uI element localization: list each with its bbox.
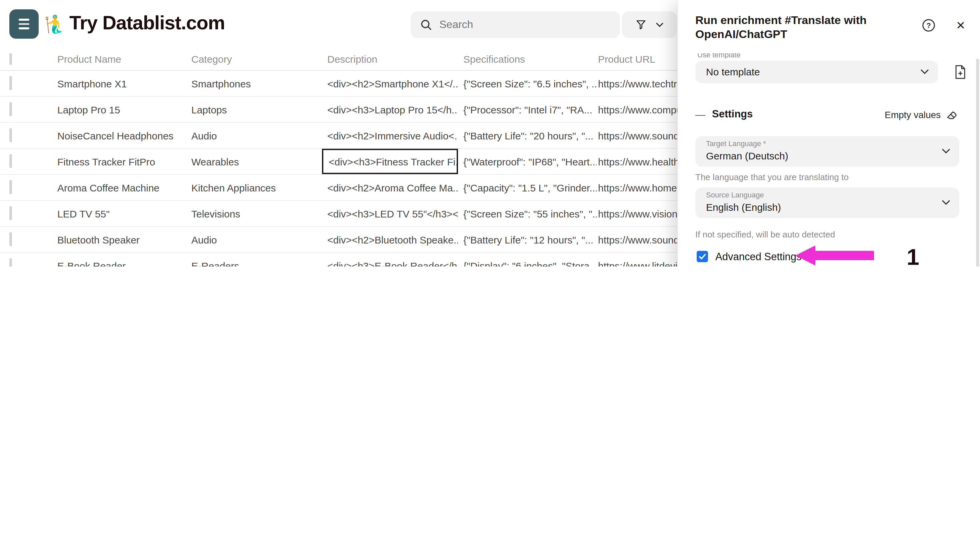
table-row: Bluetooth Speaker Audio <div><h2>Bluetoo… (0, 227, 677, 253)
source-language-helper: If not specified, will be auto detected (695, 230, 835, 239)
cell-category[interactable]: Wearables (191, 149, 322, 174)
cell-specifications[interactable]: {"Display": "6 inches", "Stora... (458, 253, 597, 266)
cell-product-url[interactable]: https://www.compuma (597, 97, 677, 122)
table-row: Laptop Pro 15 Laptops <div><h3>Laptop Pr… (0, 97, 677, 123)
cell-category[interactable]: Laptops (191, 97, 322, 122)
panel-scrollbar[interactable] (976, 59, 979, 266)
enrichment-panel: Run enrichment #Translate with OpenAI/Ch… (677, 0, 980, 266)
cell-category[interactable]: Smartphones (191, 71, 322, 96)
chevron-down-icon (656, 22, 663, 27)
cell-description[interactable]: <div><h3>Laptop Pro 15</h... (322, 97, 458, 122)
row-checkbox[interactable] (10, 76, 12, 90)
cell-product-url[interactable]: https://www.visiontec (597, 201, 677, 226)
panel-title: Run enrichment #Translate with OpenAI/Ch… (695, 13, 895, 41)
help-icon[interactable]: ? (921, 18, 937, 34)
cell-product-name[interactable]: Bluetooth Speaker (32, 227, 191, 252)
cell-category[interactable]: E-Readers (191, 253, 322, 266)
settings-heading: Settings (712, 108, 752, 120)
cell-specifications[interactable]: {"Capacity": "1.5 L", "Grinder... (458, 175, 597, 200)
cell-product-url[interactable]: https://www.techtrend (597, 71, 677, 96)
cell-description[interactable]: <div><h2>Aroma Coffee Ma... (322, 175, 458, 200)
table-row: Smartphone X1 Smartphones <div><h2>Smart… (0, 71, 677, 97)
advanced-settings-label[interactable]: Advanced Settings (715, 251, 802, 263)
table-row: NoiseCancel Headphones Audio <div><h2>Im… (0, 123, 677, 149)
template-select-value: No template (706, 66, 915, 77)
cell-category[interactable]: Audio (191, 123, 322, 148)
row-checkbox[interactable] (10, 258, 12, 266)
cell-product-name[interactable]: NoiseCancel Headphones (32, 123, 191, 148)
advanced-settings-checkbox[interactable] (697, 251, 708, 262)
chevron-down-icon (921, 69, 929, 75)
target-language-helper: The language that you are translating to (695, 172, 849, 182)
page-title: Try Datablist.com (69, 12, 225, 34)
row-checkbox[interactable] (10, 102, 12, 116)
column-header-product-name[interactable]: Product Name (32, 53, 191, 65)
cell-description[interactable]: <div><h2>Smartphone X1</... (322, 71, 458, 96)
table-row: E-Book Reader E-Readers <div><h3>E-Book … (0, 253, 677, 266)
merman-logo-emoji: 🧜‍♂️ (44, 13, 66, 35)
cell-description[interactable]: <div><h2>Bluetooth Speake... (322, 227, 458, 252)
chevron-down-icon (942, 149, 950, 154)
row-checkbox[interactable] (10, 154, 12, 168)
filter-button[interactable] (622, 11, 677, 38)
hamburger-icon (19, 19, 29, 21)
cell-specifications[interactable]: {"Processor": "Intel i7", "RA... (458, 97, 597, 122)
cell-description[interactable]: <div><h3>LED TV 55"</h3><... (322, 201, 458, 226)
cell-category[interactable]: Kitchen Appliances (191, 175, 322, 200)
cell-specifications[interactable]: {"Screen Size": "6.5 inches", ... (458, 71, 597, 96)
row-checkbox[interactable] (10, 180, 12, 194)
search-icon (420, 19, 432, 31)
column-header-category[interactable]: Category (191, 53, 322, 65)
cell-specifications[interactable]: {"Battery Life": "20 hours", "... (458, 123, 597, 148)
topbar: 🧜‍♂️ Try Datablist.com Search (0, 0, 677, 48)
app-window: 🧜‍♂️ Try Datablist.com Search Product Na… (0, 0, 980, 266)
cell-product-name[interactable]: Laptop Pro 15 (32, 97, 191, 122)
save-template-icon[interactable] (952, 64, 968, 80)
cell-product-name[interactable]: Fitness Tracker FitPro (32, 149, 191, 174)
filter-funnel-icon (635, 19, 647, 30)
eraser-icon (946, 109, 958, 120)
cell-category[interactable]: Audio (191, 227, 322, 252)
row-checkbox[interactable] (10, 232, 12, 246)
annotation-number-1: 1 (907, 244, 920, 266)
table-body: Smartphone X1 Smartphones <div><h2>Smart… (0, 71, 677, 266)
cell-product-url[interactable]: https://www.soundvib (597, 227, 677, 252)
column-header-description[interactable]: Description (322, 53, 458, 65)
source-language-select[interactable]: Source Language English (English) (695, 187, 959, 218)
cell-product-name[interactable]: Smartphone X1 (32, 71, 191, 96)
select-all-checkbox[interactable] (10, 53, 12, 65)
source-language-value: English (English) (706, 201, 937, 213)
collapse-icon: — (695, 109, 705, 120)
column-header-specifications[interactable]: Specifications (458, 53, 597, 65)
cell-product-name[interactable]: Aroma Coffee Machine (32, 175, 191, 200)
cell-product-url[interactable]: https://www.soundvib (597, 123, 677, 148)
cell-product-name[interactable]: E-Book Reader (32, 253, 191, 266)
cell-description[interactable]: <div><h3>E-Book Reader</h... (322, 253, 458, 266)
data-table: Product Name Category Description Specif… (0, 48, 677, 266)
search-input[interactable]: Search (410, 11, 620, 38)
cell-category[interactable]: Televisions (191, 201, 322, 226)
target-language-select[interactable]: Target Language * German (Deutsch) (695, 136, 959, 167)
table-row: LED TV 55" Televisions <div><h3>LED TV 5… (0, 201, 677, 227)
cell-specifications[interactable]: {"Waterproof": "IP68", "Heart... (458, 149, 597, 174)
cell-specifications[interactable]: {"Screen Size": "55 inches", "... (458, 201, 597, 226)
chevron-down-icon (942, 200, 950, 206)
use-template-label-clipped: Use template (697, 53, 830, 59)
cell-description[interactable]: <div><h2>Immersive Audio<... (322, 123, 458, 148)
row-checkbox[interactable] (10, 206, 12, 220)
hamburger-menu-button[interactable] (10, 10, 39, 39)
column-header-product-url[interactable]: Product URL (597, 53, 677, 65)
cell-product-url[interactable]: https://www.litdevice.c (597, 253, 677, 266)
cell-product-url[interactable]: https://www.homebrew (597, 175, 677, 200)
cell-description[interactable]: <div><h3>Fitness Tracker Fi... (322, 149, 458, 174)
cell-specifications[interactable]: {"Battery Life": "12 hours", "... (458, 227, 597, 252)
cell-product-name[interactable]: LED TV 55" (32, 201, 191, 226)
svg-text:?: ? (926, 21, 931, 30)
table-row: Aroma Coffee Machine Kitchen Appliances … (0, 175, 677, 201)
close-icon[interactable]: ✕ (953, 18, 969, 34)
cell-product-url[interactable]: https://www.healthtec (597, 149, 677, 174)
settings-section-header[interactable]: — Settings (695, 108, 752, 120)
template-select[interactable]: No template (695, 61, 938, 83)
row-checkbox[interactable] (10, 128, 12, 142)
empty-values-button[interactable]: Empty values (885, 109, 958, 120)
